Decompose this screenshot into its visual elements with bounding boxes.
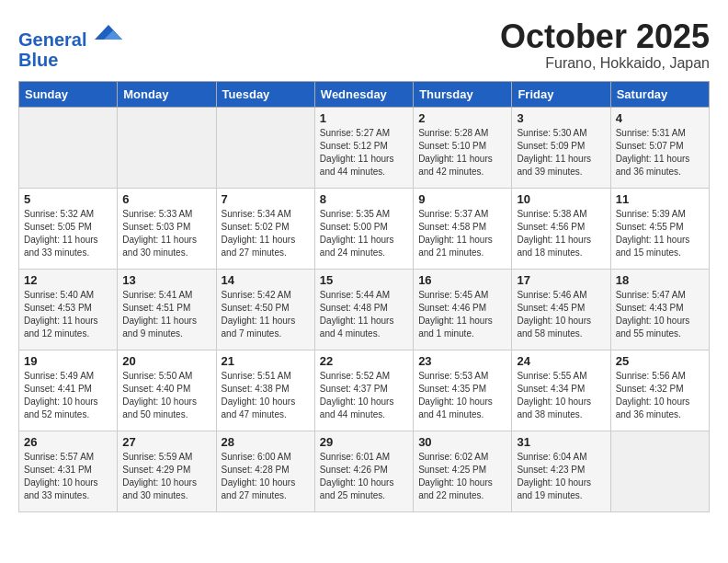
calendar-cell: 22Sunrise: 5:52 AM Sunset: 4:37 PM Dayli…	[314, 350, 413, 431]
day-number: 30	[418, 435, 506, 449]
day-number: 9	[418, 192, 506, 206]
day-info: Sunrise: 5:37 AM Sunset: 4:58 PM Dayligh…	[418, 208, 506, 259]
day-info: Sunrise: 5:52 AM Sunset: 4:37 PM Dayligh…	[320, 370, 408, 421]
day-info: Sunrise: 5:47 AM Sunset: 4:43 PM Dayligh…	[616, 289, 704, 340]
day-number: 14	[222, 273, 310, 287]
calendar-cell: 4Sunrise: 5:31 AM Sunset: 5:07 PM Daylig…	[610, 107, 709, 188]
day-number: 23	[418, 354, 506, 368]
weekday-header: Wednesday	[314, 81, 413, 107]
logo-general: General	[18, 29, 86, 50]
day-number: 1	[320, 111, 408, 125]
calendar-week-row: 19Sunrise: 5:49 AM Sunset: 4:41 PM Dayli…	[19, 350, 710, 431]
calendar-cell: 18Sunrise: 5:47 AM Sunset: 4:43 PM Dayli…	[610, 269, 709, 350]
day-number: 13	[122, 273, 210, 287]
day-number: 5	[24, 192, 112, 206]
calendar-cell: 7Sunrise: 5:34 AM Sunset: 5:02 PM Daylig…	[216, 188, 314, 269]
logo: General Blue	[18, 18, 122, 70]
day-info: Sunrise: 5:44 AM Sunset: 4:48 PM Dayligh…	[320, 289, 408, 340]
day-number: 24	[517, 354, 605, 368]
day-info: Sunrise: 5:50 AM Sunset: 4:40 PM Dayligh…	[122, 370, 210, 421]
day-number: 17	[517, 273, 605, 287]
calendar-cell: 19Sunrise: 5:49 AM Sunset: 4:41 PM Dayli…	[19, 350, 118, 431]
calendar-cell: 2Sunrise: 5:28 AM Sunset: 5:10 PM Daylig…	[414, 107, 512, 188]
calendar-cell	[118, 107, 216, 188]
calendar-cell	[216, 107, 314, 188]
day-number: 16	[418, 273, 506, 287]
day-number: 10	[517, 192, 605, 206]
calendar-cell: 3Sunrise: 5:30 AM Sunset: 5:09 PM Daylig…	[512, 107, 610, 188]
day-number: 8	[320, 192, 408, 206]
calendar-cell: 31Sunrise: 6:04 AM Sunset: 4:23 PM Dayli…	[512, 431, 610, 511]
calendar-cell: 15Sunrise: 5:44 AM Sunset: 4:48 PM Dayli…	[314, 269, 413, 350]
calendar-cell	[19, 107, 118, 188]
weekday-header: Monday	[118, 81, 216, 107]
day-number: 31	[517, 435, 605, 449]
day-number: 15	[320, 273, 408, 287]
day-number: 7	[222, 192, 310, 206]
day-info: Sunrise: 5:32 AM Sunset: 5:05 PM Dayligh…	[24, 208, 112, 259]
day-number: 4	[616, 111, 704, 125]
day-info: Sunrise: 5:39 AM Sunset: 4:55 PM Dayligh…	[616, 208, 704, 259]
day-number: 12	[24, 273, 112, 287]
weekday-header: Friday	[512, 81, 610, 107]
calendar-cell: 9Sunrise: 5:37 AM Sunset: 4:58 PM Daylig…	[414, 188, 512, 269]
calendar-cell: 25Sunrise: 5:56 AM Sunset: 4:32 PM Dayli…	[610, 350, 709, 431]
day-number: 11	[616, 192, 704, 206]
calendar-cell: 21Sunrise: 5:51 AM Sunset: 4:38 PM Dayli…	[216, 350, 314, 431]
month-title: October 2025	[500, 18, 710, 55]
title-block: October 2025 Furano, Hokkaido, Japan	[500, 18, 710, 72]
day-info: Sunrise: 5:30 AM Sunset: 5:09 PM Dayligh…	[517, 127, 605, 178]
calendar-header: SundayMondayTuesdayWednesdayThursdayFrid…	[19, 81, 710, 107]
logo-blue: Blue	[18, 50, 58, 70]
calendar-cell: 11Sunrise: 5:39 AM Sunset: 4:55 PM Dayli…	[610, 188, 709, 269]
day-info: Sunrise: 5:27 AM Sunset: 5:12 PM Dayligh…	[320, 127, 408, 178]
calendar-cell: 6Sunrise: 5:33 AM Sunset: 5:03 PM Daylig…	[118, 188, 216, 269]
day-number: 28	[222, 435, 310, 449]
page-header: General Blue October 2025 Furano, Hokkai…	[18, 18, 710, 72]
calendar-cell: 8Sunrise: 5:35 AM Sunset: 5:00 PM Daylig…	[314, 188, 413, 269]
calendar-cell: 13Sunrise: 5:41 AM Sunset: 4:51 PM Dayli…	[118, 269, 216, 350]
day-number: 2	[418, 111, 506, 125]
logo-icon	[95, 18, 122, 46]
day-info: Sunrise: 5:49 AM Sunset: 4:41 PM Dayligh…	[24, 370, 112, 421]
day-info: Sunrise: 5:51 AM Sunset: 4:38 PM Dayligh…	[222, 370, 310, 421]
calendar-week-row: 5Sunrise: 5:32 AM Sunset: 5:05 PM Daylig…	[19, 188, 710, 269]
day-info: Sunrise: 5:46 AM Sunset: 4:45 PM Dayligh…	[517, 289, 605, 340]
day-number: 22	[320, 354, 408, 368]
day-number: 19	[24, 354, 112, 368]
calendar-cell: 16Sunrise: 5:45 AM Sunset: 4:46 PM Dayli…	[414, 269, 512, 350]
calendar-cell: 27Sunrise: 5:59 AM Sunset: 4:29 PM Dayli…	[118, 431, 216, 511]
calendar-cell: 29Sunrise: 6:01 AM Sunset: 4:26 PM Dayli…	[314, 431, 413, 511]
day-info: Sunrise: 5:59 AM Sunset: 4:29 PM Dayligh…	[122, 451, 210, 502]
day-number: 18	[616, 273, 704, 287]
day-number: 6	[122, 192, 210, 206]
day-number: 29	[320, 435, 408, 449]
calendar-cell: 20Sunrise: 5:50 AM Sunset: 4:40 PM Dayli…	[118, 350, 216, 431]
day-info: Sunrise: 6:04 AM Sunset: 4:23 PM Dayligh…	[517, 451, 605, 502]
calendar-cell: 10Sunrise: 5:38 AM Sunset: 4:56 PM Dayli…	[512, 188, 610, 269]
day-info: Sunrise: 5:57 AM Sunset: 4:31 PM Dayligh…	[24, 451, 112, 502]
calendar-cell: 17Sunrise: 5:46 AM Sunset: 4:45 PM Dayli…	[512, 269, 610, 350]
calendar-cell	[610, 431, 709, 511]
day-number: 26	[24, 435, 112, 449]
calendar-cell: 1Sunrise: 5:27 AM Sunset: 5:12 PM Daylig…	[314, 107, 413, 188]
day-info: Sunrise: 5:40 AM Sunset: 4:53 PM Dayligh…	[24, 289, 112, 340]
calendar-cell: 14Sunrise: 5:42 AM Sunset: 4:50 PM Dayli…	[216, 269, 314, 350]
day-info: Sunrise: 5:38 AM Sunset: 4:56 PM Dayligh…	[517, 208, 605, 259]
day-number: 25	[616, 354, 704, 368]
day-info: Sunrise: 6:01 AM Sunset: 4:26 PM Dayligh…	[320, 451, 408, 502]
weekday-header: Sunday	[19, 81, 118, 107]
day-info: Sunrise: 5:55 AM Sunset: 4:34 PM Dayligh…	[517, 370, 605, 421]
weekday-header: Saturday	[610, 81, 709, 107]
calendar-cell: 24Sunrise: 5:55 AM Sunset: 4:34 PM Dayli…	[512, 350, 610, 431]
day-info: Sunrise: 6:00 AM Sunset: 4:28 PM Dayligh…	[222, 451, 310, 502]
day-number: 20	[122, 354, 210, 368]
day-number: 21	[222, 354, 310, 368]
day-info: Sunrise: 6:02 AM Sunset: 4:25 PM Dayligh…	[418, 451, 506, 502]
day-info: Sunrise: 5:33 AM Sunset: 5:03 PM Dayligh…	[122, 208, 210, 259]
calendar-cell: 30Sunrise: 6:02 AM Sunset: 4:25 PM Dayli…	[414, 431, 512, 511]
calendar-cell: 26Sunrise: 5:57 AM Sunset: 4:31 PM Dayli…	[19, 431, 118, 511]
weekday-header: Thursday	[414, 81, 512, 107]
day-info: Sunrise: 5:42 AM Sunset: 4:50 PM Dayligh…	[222, 289, 310, 340]
day-info: Sunrise: 5:45 AM Sunset: 4:46 PM Dayligh…	[418, 289, 506, 340]
